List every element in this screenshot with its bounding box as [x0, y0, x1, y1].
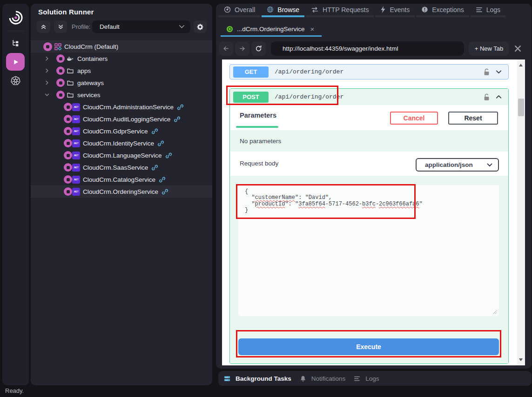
- content-type-value: application/json: [425, 161, 473, 168]
- scrollbar[interactable]: [517, 60, 525, 365]
- tree-item-gateways[interactable]: gateways: [31, 77, 212, 89]
- resize-handle-icon[interactable]: [492, 310, 497, 314]
- tree-item-services[interactable]: services: [31, 89, 212, 101]
- link-icon[interactable]: [151, 164, 158, 171]
- project-status-icon: [64, 163, 72, 172]
- globe-icon: [267, 6, 274, 13]
- lock-open-icon[interactable]: [484, 68, 490, 76]
- arrow-left-icon: [222, 45, 229, 52]
- link-icon[interactable]: [174, 116, 181, 123]
- get-method-badge: GET: [233, 66, 269, 78]
- link-icon[interactable]: [165, 152, 172, 159]
- browser-tabstrip: ...dCrm.OrderingService ×: [221, 22, 322, 37]
- url-bar[interactable]: http://localhost:44359/swagger/index.htm…: [271, 41, 464, 56]
- run-button[interactable]: [6, 53, 25, 71]
- parameters-tab-underline: [236, 126, 278, 128]
- expand-all-button[interactable]: [54, 20, 67, 33]
- scroll-down-arrow[interactable]: [519, 358, 523, 361]
- tab-logs[interactable]: Logs: [471, 4, 505, 17]
- tab-exceptions[interactable]: Exceptions: [416, 4, 469, 17]
- project-status-icon: [64, 139, 72, 147]
- tree-item-service[interactable]: .NET CloudCrm.LanguageService: [31, 149, 212, 161]
- scroll-thumb[interactable]: [518, 99, 524, 116]
- browser-tab-orderingservice[interactable]: ...dCrm.OrderingService ×: [221, 22, 322, 37]
- project-status-icon: [64, 175, 72, 184]
- kubernetes-icon[interactable]: [2, 76, 29, 86]
- chevron-up-icon[interactable]: [495, 93, 503, 101]
- link-icon[interactable]: [159, 176, 166, 183]
- new-tab-button[interactable]: + New Tab: [469, 41, 509, 56]
- execute-button[interactable]: Execute: [238, 338, 499, 355]
- activity-bar: [2, 4, 29, 385]
- tree-item-cloudcrm[interactable]: CloudCrm (Default): [31, 40, 212, 53]
- url-text: http://localhost:44359/swagger/index.htm…: [283, 45, 398, 52]
- project-status-icon: [64, 115, 72, 123]
- logs-button[interactable]: Logs: [354, 375, 379, 382]
- project-status-icon: [64, 127, 72, 135]
- no-parameters-row: No parameters: [230, 130, 508, 152]
- link-icon[interactable]: [151, 128, 158, 135]
- post-method-badge: POST: [233, 92, 269, 103]
- chevron-right-icon[interactable]: [45, 56, 49, 61]
- refresh-button[interactable]: [251, 41, 266, 56]
- project-status-icon: [64, 151, 72, 159]
- dotnet-icon: .NET: [72, 176, 80, 184]
- chevron-right-icon[interactable]: [45, 68, 49, 73]
- back-button[interactable]: [219, 41, 233, 56]
- tree-item-label: services: [77, 92, 101, 99]
- play-icon: [12, 59, 19, 66]
- get-endpoint-row[interactable]: GET /api/ordering/order: [229, 64, 509, 79]
- tree-item-label: gateways: [77, 79, 104, 86]
- get-endpoint-path: /api/ordering/order: [275, 68, 343, 75]
- parameters-bar: Parameters Cancel Reset: [230, 105, 508, 130]
- folder-icon: [67, 92, 74, 98]
- tree-item-label: CloudCrm.IdentityService: [83, 140, 154, 147]
- scroll-up-arrow[interactable]: [519, 64, 523, 66]
- app-logo-icon[interactable]: [2, 10, 29, 25]
- tab-overall[interactable]: Overall: [219, 4, 260, 17]
- tree-item-service[interactable]: .NET CloudCrm.GdprService: [31, 125, 212, 137]
- profile-select-value: Default: [100, 23, 120, 30]
- devtools-icon[interactable]: [514, 45, 522, 54]
- cancel-button[interactable]: Cancel: [390, 112, 438, 125]
- link-icon[interactable]: [177, 104, 184, 111]
- notifications-button[interactable]: Notifications: [300, 375, 346, 382]
- project-status-icon: [56, 91, 65, 99]
- chevron-down-icon[interactable]: [495, 68, 503, 76]
- request-body-editor[interactable]: { "customerName": "David", "productId": …: [238, 185, 499, 316]
- parameters-title: Parameters: [240, 112, 276, 119]
- lines-icon: [476, 7, 483, 13]
- tree-item-service[interactable]: .NET CloudCrm.SaasService: [31, 161, 212, 173]
- background-tasks-button[interactable]: Background Tasks: [224, 375, 291, 382]
- tree-item-containers[interactable]: Containers: [31, 53, 212, 65]
- chevron-right-icon[interactable]: [45, 80, 49, 85]
- reset-button[interactable]: Reset: [448, 112, 498, 125]
- tree-item-service-selected[interactable]: .NET CloudCrm.OrderingService: [31, 185, 212, 198]
- dotnet-icon: .NET: [72, 188, 80, 196]
- tree-item-label: CloudCrm.OrderingService: [83, 188, 158, 195]
- close-tab-icon[interactable]: ×: [310, 25, 315, 33]
- tree-item-apps[interactable]: apps: [31, 65, 212, 77]
- forward-button[interactable]: [235, 41, 249, 56]
- lines-icon: [354, 376, 360, 381]
- link-icon[interactable]: [162, 188, 168, 195]
- solution-explorer-icon[interactable]: [2, 39, 29, 48]
- favicon-icon: [226, 26, 233, 33]
- link-icon[interactable]: [157, 140, 164, 147]
- chevron-down-icon: [179, 25, 185, 29]
- tree-item-service[interactable]: .NET CloudCrm.IdentityService: [31, 137, 212, 149]
- lock-open-icon[interactable]: [484, 93, 490, 101]
- tab-browse[interactable]: Browse: [262, 4, 304, 17]
- project-status-icon: [56, 54, 65, 63]
- tab-http-requests[interactable]: HTTP Requests: [306, 4, 374, 17]
- chevron-down-icon[interactable]: [45, 93, 49, 97]
- tab-events[interactable]: Events: [375, 4, 415, 17]
- post-endpoint-row[interactable]: POST /api/ordering/order: [230, 89, 508, 105]
- tree-item-service[interactable]: .NET CloudCrm.AdministrationService: [31, 101, 212, 113]
- tree-item-service[interactable]: .NET CloudCrm.CatalogService: [31, 173, 212, 185]
- content-type-select[interactable]: application/json: [416, 158, 499, 172]
- profile-select[interactable]: Default: [92, 20, 190, 33]
- profile-settings-button[interactable]: [194, 20, 207, 33]
- collapse-all-button[interactable]: [37, 20, 50, 33]
- tree-item-service[interactable]: .NET CloudCrm.AuditLoggingService: [31, 113, 212, 125]
